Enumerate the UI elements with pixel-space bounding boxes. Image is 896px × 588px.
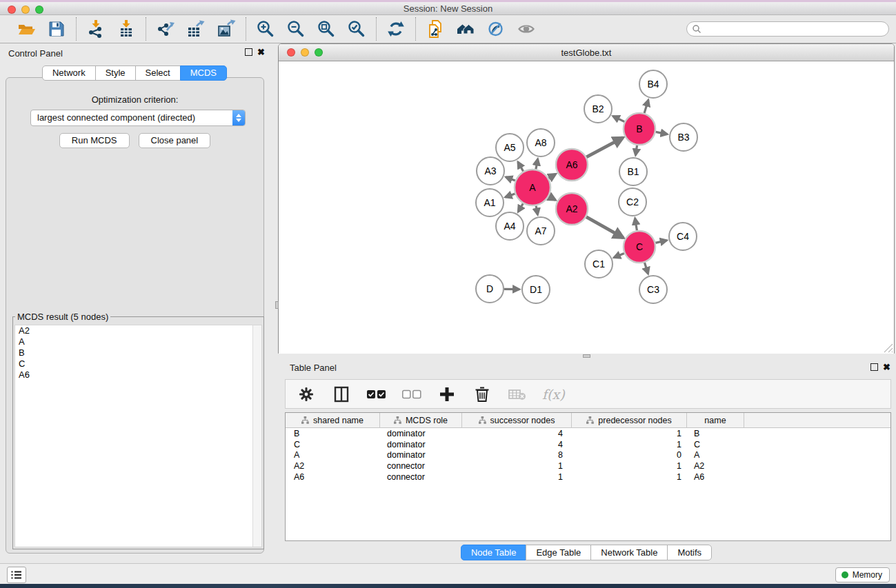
optimization-criterion-select[interactable]: largest connected component (directed) — [30, 110, 246, 126]
tab-style[interactable]: Style — [95, 65, 136, 81]
table-cell[interactable]: 1 — [572, 440, 687, 449]
edge-A-A7[interactable] — [536, 206, 537, 215]
edge-B-B3[interactable] — [656, 132, 668, 134]
export-network-icon[interactable] — [155, 19, 176, 39]
add-column-icon[interactable] — [437, 384, 457, 405]
float-table-panel-icon[interactable] — [870, 363, 878, 371]
table-row[interactable]: Bdominator41B — [286, 428, 890, 439]
zoom-selected-icon[interactable] — [346, 19, 367, 39]
deselect-all-rows-icon[interactable] — [401, 384, 422, 405]
tab-select[interactable]: Select — [135, 65, 181, 81]
delete-table-icon[interactable] — [507, 384, 528, 405]
result-item[interactable]: A — [15, 336, 261, 347]
edge-A-A3[interactable] — [506, 177, 515, 181]
table-cell[interactable]: 1 — [572, 461, 687, 471]
edge-A2-C[interactable] — [586, 217, 624, 238]
table-row[interactable]: A2connector11A2 — [286, 460, 890, 472]
table-cell[interactable]: dominator — [380, 429, 462, 438]
edge-A-A8[interactable] — [536, 159, 538, 170]
tab-network[interactable]: Network — [42, 65, 96, 81]
delete-column-icon[interactable] — [472, 384, 492, 405]
refresh-layout-icon[interactable] — [386, 19, 406, 39]
network-minimize-button[interactable] — [301, 48, 309, 57]
memory-button[interactable]: Memory — [835, 567, 890, 582]
table-cell[interactable]: 0 — [572, 450, 687, 460]
table-cell[interactable]: 4 — [462, 429, 572, 438]
edge-C-C3[interactable] — [644, 263, 648, 274]
edge-A-A5[interactable] — [518, 162, 524, 172]
table-cell[interactable]: 4 — [462, 440, 572, 449]
birds-eye-view-icon[interactable] — [516, 19, 537, 39]
table-cell[interactable]: dominator — [380, 450, 462, 460]
table-row[interactable]: Cdominator41C — [286, 439, 890, 450]
search-input[interactable] — [705, 23, 884, 35]
export-image-icon[interactable] — [216, 19, 237, 39]
table-cell[interactable]: A6 — [687, 472, 744, 482]
table-cell[interactable]: 8 — [462, 450, 572, 460]
table-cell[interactable]: B — [286, 429, 380, 438]
network-canvas[interactable]: B4B2BB3A8A5A6A3B1AA1C2A2A4A7C4CC1C3DD1 — [279, 61, 894, 354]
float-panel-icon[interactable] — [245, 48, 252, 56]
table-cell[interactable]: 1 — [572, 472, 687, 482]
result-item[interactable]: C — [15, 358, 261, 369]
splitter-handle-left[interactable] — [275, 301, 279, 309]
tab-node-table[interactable]: Node Table — [461, 545, 527, 560]
result-item[interactable]: B — [15, 347, 261, 358]
zoom-fit-icon[interactable] — [316, 19, 337, 39]
column-header-MCDS-role[interactable]: MCDS role — [380, 413, 462, 427]
table-cell[interactable]: connector — [380, 472, 462, 482]
tab-mcds[interactable]: MCDS — [180, 65, 227, 81]
tab-motifs[interactable]: Motifs — [667, 545, 712, 560]
tab-edge-table[interactable]: Edge Table — [526, 545, 591, 560]
column-header-name[interactable]: name — [687, 413, 744, 427]
clone-network-icon[interactable] — [425, 19, 446, 39]
tab-network-table[interactable]: Network Table — [590, 545, 668, 560]
import-table-icon[interactable] — [116, 19, 137, 39]
edge-A6-B[interactable] — [586, 138, 623, 157]
home-view-icon[interactable] — [455, 19, 476, 39]
import-network-icon[interactable] — [86, 19, 106, 39]
table-cell[interactable]: A6 — [286, 472, 380, 482]
network-zoom-button[interactable] — [315, 48, 323, 57]
edge-C-C4[interactable] — [655, 241, 666, 243]
function-builder-icon[interactable]: f(x) — [542, 387, 565, 402]
table-cell[interactable]: 1 — [462, 461, 572, 471]
edge-B-B1[interactable] — [635, 145, 637, 155]
table-cell[interactable]: C — [286, 440, 380, 449]
zoom-out-icon[interactable] — [286, 19, 306, 39]
zoom-in-icon[interactable] — [255, 19, 276, 39]
hide-graphics-details-icon[interactable] — [486, 19, 506, 39]
table-row[interactable]: A6connector11A6 — [286, 472, 890, 483]
run-mcds-button[interactable]: Run MCDS — [59, 133, 130, 148]
table-row[interactable]: Adominator80A — [286, 449, 890, 460]
select-all-rows-icon[interactable] — [366, 384, 387, 405]
save-session-icon[interactable] — [46, 19, 67, 39]
table-cell[interactable]: A — [687, 450, 744, 460]
table-cell[interactable]: 1 — [462, 472, 572, 482]
edge-B-B2[interactable] — [613, 116, 625, 121]
table-cell[interactable]: connector — [380, 461, 462, 471]
column-manager-icon[interactable] — [331, 384, 352, 405]
column-header-successor-nodes[interactable]: successor nodes — [462, 413, 572, 427]
export-table-icon[interactable] — [186, 19, 206, 39]
table-settings-icon[interactable] — [296, 384, 317, 405]
search-field[interactable] — [686, 21, 889, 37]
result-item[interactable]: A6 — [15, 369, 261, 381]
edge-C-C1[interactable] — [614, 253, 624, 257]
edge-A-A1[interactable] — [506, 194, 515, 197]
edge-B-B4[interactable] — [644, 100, 648, 113]
table-cell[interactable]: B — [687, 429, 744, 438]
close-panel-icon[interactable]: ✖ — [257, 48, 265, 56]
column-header-shared-name[interactable]: shared name — [286, 413, 380, 427]
result-item[interactable]: A2 — [15, 325, 261, 336]
edge-A-A4[interactable] — [518, 203, 523, 212]
task-history-button[interactable] — [7, 567, 26, 583]
edge-A-A2[interactable] — [549, 196, 556, 200]
table-cell[interactable]: A2 — [687, 461, 744, 471]
table-cell[interactable]: A2 — [286, 461, 380, 471]
network-close-button[interactable] — [287, 48, 295, 57]
close-panel-button[interactable]: Close panel — [139, 133, 211, 148]
close-table-panel-icon[interactable]: ✖ — [883, 363, 890, 371]
result-list-scrollbar[interactable] — [252, 325, 261, 547]
table-cell[interactable]: C — [687, 440, 744, 449]
